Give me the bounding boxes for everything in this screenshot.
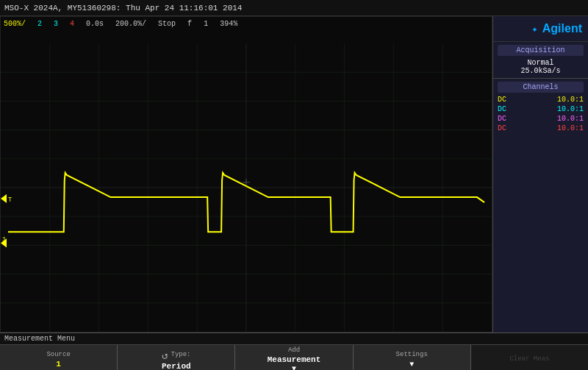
- run-mode: Stop: [158, 20, 176, 28]
- acquisition-section: Acquisition Normal 25.0kSa/s: [493, 42, 588, 79]
- ch4-label: DC: [498, 124, 506, 132]
- trigger-icon: f: [187, 20, 192, 28]
- measurement-menu-label: Measurement Menu: [0, 333, 588, 344]
- svg-marker-20: [1, 194, 7, 203]
- ch2-value: 10.0:1: [557, 105, 584, 113]
- type-button[interactable]: ↺ Type: Period: [118, 345, 235, 370]
- clear-meas-label: Clear Meas: [509, 355, 549, 363]
- trigger-ch: 1: [204, 20, 208, 28]
- acquisition-title: Acquisition: [498, 45, 584, 56]
- right-panel: ✦ Agilent Acquisition Normal 25.0kSa/s C…: [492, 16, 588, 332]
- refresh-icon: ↺: [162, 349, 168, 362]
- clear-meas-button[interactable]: Clear Meas: [471, 345, 588, 370]
- agilent-logo: Agilent: [542, 22, 582, 35]
- source-label-top: Source: [46, 351, 70, 358]
- settings-label-top: Settings: [396, 351, 428, 358]
- ch4-value: 10.0:1: [557, 124, 584, 132]
- channel-3-row: DC 10.0:1: [498, 115, 584, 123]
- ch4-scale: 4: [70, 20, 74, 28]
- main-layout: 500%/ 2 3 4 0.0s 200.0%/ Stop f 1 394%: [0, 16, 588, 332]
- agilent-header: ✦ Agilent: [493, 16, 588, 42]
- grid-area: T 1: [1, 30, 492, 332]
- acquisition-mode: Normal: [498, 59, 584, 67]
- source-button[interactable]: Source 1: [0, 345, 118, 370]
- ch1-value: 10.0:1: [557, 96, 584, 104]
- agilent-star-icon: ✦: [531, 23, 537, 35]
- waveform-display: T 1: [1, 43, 492, 332]
- acquisition-rate: 25.0kSa/s: [498, 67, 584, 75]
- source-value: 1: [56, 360, 61, 369]
- channels-title: Channels: [498, 82, 584, 93]
- scale-bar: 500%/ 2 3 4 0.0s 200.0%/ Stop f 1 394%: [1, 17, 492, 30]
- bottom-bar: Measurement Menu Source 1 ↺ Type: Period…: [0, 332, 588, 370]
- svg-text:T: T: [8, 196, 12, 204]
- status-bar: MSO-X 2024A, MY51360298: Thu Apr 24 11:1…: [0, 0, 588, 16]
- ch3-scale: 3: [54, 20, 58, 28]
- time-display: 0.0s: [86, 20, 104, 28]
- channel-1-row: DC 10.0:1: [498, 96, 584, 104]
- add-meas-arrow-icon: ▼: [292, 365, 296, 370]
- settings-arrow-icon: ▼: [409, 360, 414, 369]
- add-meas-label-top: Add: [288, 346, 300, 354]
- bottom-buttons: Source 1 ↺ Type: Period Add Measurement …: [0, 344, 588, 370]
- ch1-scale: 500%/: [4, 20, 26, 28]
- channel-2-row: DC 10.0:1: [498, 105, 584, 113]
- ch3-label: DC: [498, 115, 506, 123]
- memory-depth: 394%: [220, 20, 237, 28]
- ch2-label: DC: [498, 105, 506, 113]
- timebase: 200.0%/: [115, 20, 146, 28]
- add-measurement-button[interactable]: Add Measurement ▼: [235, 345, 353, 370]
- add-meas-value: Measurement: [268, 355, 321, 364]
- ch3-value: 10.0:1: [557, 115, 584, 123]
- channel-4-row: DC 10.0:1: [498, 124, 584, 132]
- channels-section: Channels DC 10.0:1 DC 10.0:1 DC 10.0:1 D…: [493, 79, 588, 137]
- type-value: Period: [162, 362, 191, 371]
- ch1-label: DC: [498, 96, 506, 104]
- status-text: MSO-X 2024A, MY51360298: Thu Apr 24 11:1…: [4, 4, 242, 13]
- scope-screen: 500%/ 2 3 4 0.0s 200.0%/ Stop f 1 394%: [0, 16, 492, 332]
- ch2-scale: 2: [37, 20, 42, 28]
- settings-button[interactable]: Settings ▼: [354, 345, 471, 370]
- type-label-top: Type:: [171, 351, 191, 358]
